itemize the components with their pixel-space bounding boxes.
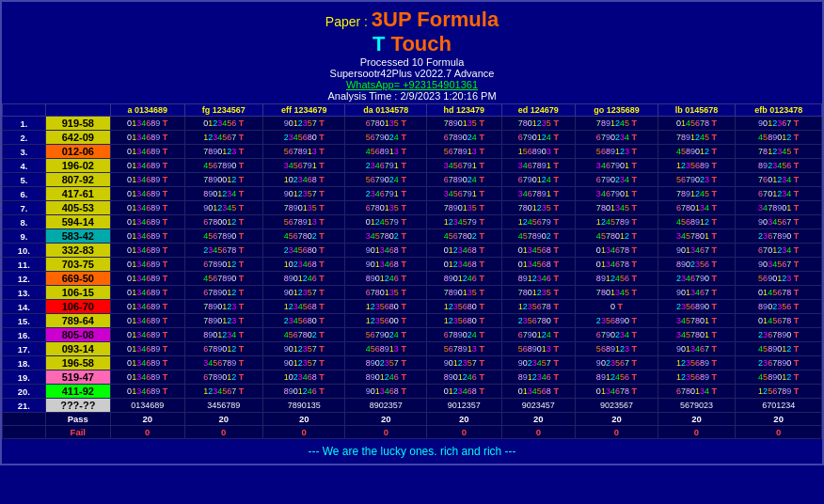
data-cell: 6701234 T [736,244,822,258]
row-label: 919-58 [45,117,110,131]
software-text: Supersootr42Plus v2022.7 Advance [2,68,822,79]
data-cell: 4567802 T [262,229,345,244]
data-cell: 9023457 [501,399,576,413]
data-cell: 2356890 T [658,300,736,314]
table-row: 16.805-080134689 T8901234 T4567802 T5679… [3,328,822,342]
data-cell: 3457801 T [658,229,736,244]
data-cell: 8901246 T [262,385,345,399]
table-row: 13.106-150134689 T6789012 T9012357 T6780… [3,286,822,300]
table-row: 9.583-420134689 T4567890 T4567802 T34578… [3,229,822,244]
table-row: 2.642-090134689 T1234567 T2345680 T56790… [3,131,822,145]
data-cell: 1234568 T [262,300,345,314]
row-label: 411-92 [45,385,110,399]
data-cell: 4567890 T [184,272,262,286]
data-cell: 9034567 T [736,258,822,272]
data-cell: 2345680 T [262,131,345,145]
col-da: da 0134578 [345,104,427,117]
data-cell: 7890123 T [184,300,262,314]
data-cell: 5689013 T [501,342,576,356]
processed-text: Processed 10 Formula [2,56,822,68]
data-cell: 0145678 T [736,286,822,300]
data-cell: 0134689 T [110,342,184,356]
row-label: 703-75 [45,258,110,272]
data-cell: 7890012 T [184,173,262,187]
table-row: 11.703-750134689 T6789012 T1023468 T9013… [3,258,822,272]
data-cell: 6789012 T [184,286,262,300]
data-cell: 9012357 T [262,187,345,201]
data-cell: 0134689 T [110,258,184,272]
data-cell: 0134568 T [501,244,576,258]
table-row: 17.093-140134689 T6789012 T9012357 T4568… [3,342,822,356]
col-lb: lb 0145678 [658,104,736,117]
data-cell: 0134689 T [110,117,184,131]
data-cell: 8912456 T [576,272,658,286]
data-cell: 6789012 T [184,370,262,385]
data-cell: 6780135 T [345,201,427,215]
data-cell: 8902356 T [736,300,822,314]
data-cell: 8902356 T [658,258,736,272]
col-efb: efb 0123478 [736,104,822,117]
data-cell: 4578012 T [576,229,658,244]
table-row: 15.789-640134689 T7890123 T2345680 T1235… [3,314,822,328]
row-label: 519-47 [45,370,110,385]
data-cell: 8912346 T [501,272,576,286]
data-cell: 0123468 T [427,258,501,272]
data-cell: 5689123 T [576,342,658,356]
data-cell: 4568913 T [345,145,427,159]
data-cell: 3467901 T [576,187,658,201]
data-cell: 0134689 T [110,201,184,215]
row-label: 805-08 [45,328,110,342]
data-cell: 3456791 T [262,159,345,173]
data-cell: 1235600 T [345,314,427,328]
data-cell: 9013467 T [658,286,736,300]
data-cell: 1023468 T [262,258,345,272]
table-row: 12.669-500134689 T4567890 T8901246 T8901… [3,272,822,286]
header-row: a 0134689 fg 1234567 eff 1234679 da 0134… [3,104,822,117]
data-cell: 6790234 T [576,328,658,342]
data-cell: 7891245 T [658,187,736,201]
data-cell: 5678913 T [262,145,345,159]
data-cell: 8901234 T [184,328,262,342]
data-cell: 4567802 T [427,229,501,244]
data-cell: 1234579 T [427,215,501,229]
data-cell: 9023457 T [501,356,576,370]
data-cell: 7812345 T [736,145,822,159]
table-row: 3.012-060134689 T7890123 T5678913 T45689… [3,145,822,159]
data-cell: 1234567 T [184,385,262,399]
data-cell: 4589012 T [736,131,822,145]
data-cell: 5679023 [658,399,736,413]
data-cell: 6780134 T [658,385,736,399]
data-cell: 4568912 T [658,215,736,229]
data-cell: 5678913 T [262,215,345,229]
data-cell: 0134678 T [576,258,658,272]
row-label: 106-70 [45,300,110,314]
data-cell: 8902357 [345,399,427,413]
pass-label: Pass [45,413,110,426]
data-cell: 2346791 T [345,187,427,201]
data-cell: 3467901 T [576,159,658,173]
data-cell: 0134689 T [110,244,184,258]
data-cell: 3478901 T [736,201,822,215]
data-cell: 6789012 T [184,342,262,356]
data-cell: 6789024 T [427,131,501,145]
data-cell: 3456791 T [427,159,501,173]
data-cell: 6780012 T [184,215,262,229]
data-cell: 7801235 T [501,286,576,300]
data-cell: 9013467 T [658,342,736,356]
row-label: 196-58 [45,356,110,370]
data-cell: 0145678 T [736,314,822,328]
data-cell: 7890135 T [427,286,501,300]
data-cell: 0134689 T [110,300,184,314]
row-label: 417-61 [45,187,110,201]
data-cell: 8901246 T [427,370,501,385]
data-cell: 8912346 T [501,370,576,385]
data-cell: 7890123 T [184,145,262,159]
data-cell: 7801235 T [501,201,576,215]
footer-text: --- We are the lucky ones. rich and rich… [2,439,822,464]
data-cell: 6789024 T [427,328,501,342]
data-cell: 0134678 T [576,244,658,258]
data-cell: 0134678 T [576,385,658,399]
data-cell: 5678913 T [427,145,501,159]
table-row: 4.196-020134689 T4567890 T3456791 T23467… [3,159,822,173]
data-cell: 3456789 [184,399,262,413]
